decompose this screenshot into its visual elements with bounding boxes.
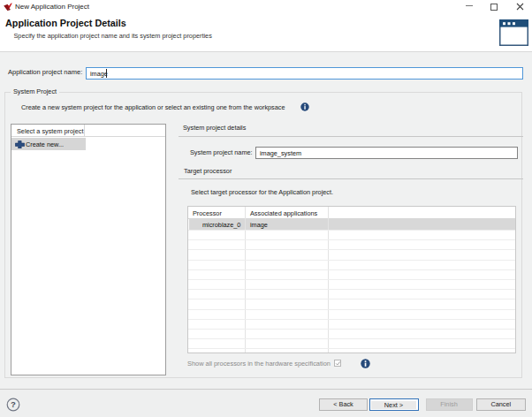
svg-text:?: ? <box>11 399 16 409</box>
